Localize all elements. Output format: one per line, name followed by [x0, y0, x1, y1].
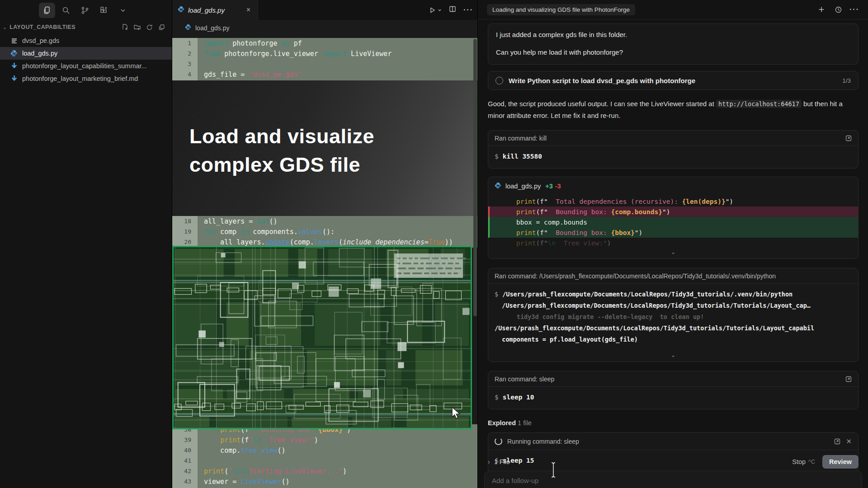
- python-icon: [185, 24, 191, 32]
- code-block-mid[interactable]: 18all_layers = set()19for comp in compon…: [172, 216, 478, 248]
- terminal-output: $sleep 10: [488, 387, 858, 409]
- code-line: 41: [172, 455, 478, 466]
- extensions-icon[interactable]: [96, 3, 112, 18]
- file-row-capabilities-summary[interactable]: photonforge_layout_capabilities_summar..…: [0, 60, 172, 72]
- tab-bar: load_gds.py × ···: [172, 0, 478, 20]
- search-icon[interactable]: [58, 3, 74, 18]
- python-icon: [495, 182, 501, 191]
- chevron-right-icon[interactable]: ›: [488, 458, 490, 465]
- terminal-line: /Users/prash_flexcompute/Documents/Local…: [495, 323, 852, 334]
- open-external-icon[interactable]: [845, 135, 852, 141]
- spinner-icon: [495, 437, 502, 445]
- file-diff-card: load_gds.py +3 -3 print(f" Total depende…: [488, 177, 859, 259]
- file-row-gds[interactable]: dvsd_pe.gds: [0, 34, 172, 47]
- text-cursor-icon: [550, 462, 557, 480]
- terminal-line: $/Users/prash_flexcompute/Documents/Loca…: [495, 289, 852, 300]
- file-name: photonforge_layout_capabilities_summar..…: [22, 62, 151, 70]
- new-file-icon[interactable]: [121, 23, 129, 31]
- diff-line: print(f" Bounding box: {comp.bounds}"): [488, 206, 858, 217]
- run-button[interactable]: [429, 7, 442, 14]
- editor-scrollbar[interactable]: [473, 39, 477, 316]
- panel-more-icon[interactable]: ···: [849, 0, 859, 19]
- assistant-header: Loading and visualizing GDS file with Ph…: [478, 0, 868, 19]
- breadcrumb-file: load_gds.py: [195, 24, 230, 32]
- collapse-all-icon[interactable]: [158, 23, 165, 31]
- app-window: ⌄ LAYOUT_CAPABILTIES dvsd_pe.gds load_gd…: [0, 0, 868, 488]
- section-chevron-icon[interactable]: ⌄: [3, 24, 7, 30]
- command-card-header[interactable]: Ran command: /Users/prash_flexcompute/Do…: [488, 268, 858, 284]
- file-name: load_gds.py: [22, 50, 61, 57]
- diff-header[interactable]: load_gds.py +3 -3: [488, 177, 858, 195]
- explorer-section-header[interactable]: ⌄ LAYOUT_CAPABILTIES: [0, 21, 172, 33]
- command-card-header[interactable]: Ran command: sleep: [488, 371, 858, 387]
- command-header-label: Ran command: kill: [495, 135, 841, 142]
- overlay-title: Load and visualize complex GDS file: [189, 122, 374, 179]
- chevron-down-icon[interactable]: [115, 3, 131, 18]
- file-name: dvsd_pe.gds: [22, 37, 63, 44]
- terminal-line: tidy3d config migrate --delete-legacy to…: [495, 311, 852, 323]
- file-row-marketing-brief[interactable]: photonforge_layout_marketing_brief.md: [0, 72, 172, 85]
- changed-files-label[interactable]: 1 File: [494, 458, 793, 465]
- markdown-down-icon: [10, 62, 18, 70]
- split-editor-icon[interactable]: [449, 5, 456, 14]
- code-line: 39 print(f"\n Tree view:"): [172, 435, 478, 445]
- new-folder-icon[interactable]: [133, 23, 141, 31]
- code-block-top[interactable]: 1import photonforge as pf2from photonfor…: [172, 38, 478, 80]
- code-block-bottom[interactable]: 38 print(f" Bounding box: {bbox}")39 pri…: [172, 424, 478, 488]
- open-external-icon[interactable]: [845, 376, 852, 382]
- command-card-header[interactable]: Ran command: kill: [488, 131, 858, 146]
- liveviewer-url[interactable]: http://localhost:64617: [716, 100, 802, 108]
- followup-input[interactable]: Add a follow-up: [484, 471, 862, 488]
- file-row-loadgds[interactable]: load_gds.py: [0, 47, 172, 60]
- gds-layout-image: [174, 247, 471, 428]
- code-line: 43viewer = LiveViewer(): [172, 476, 478, 487]
- diff-line: print(f" Total dependencies (recursive):…: [488, 196, 858, 206]
- sidebar: ⌄ LAYOUT_CAPABILTIES dvsd_pe.gds load_gd…: [0, 0, 172, 488]
- cancel-command-icon[interactable]: ✕: [846, 437, 852, 446]
- stop-button[interactable]: Stop: [792, 458, 806, 465]
- user-message-line: Can you help me load it with photonforge…: [496, 48, 850, 56]
- assistant-panel: Loading and visualizing GDS file with Ph…: [477, 0, 868, 488]
- code-line: 19for comp in components.values():: [172, 226, 478, 237]
- code-line: 1import photonforge as pf: [172, 38, 478, 48]
- new-chat-icon[interactable]: [818, 0, 825, 19]
- code-line: 3: [172, 59, 478, 69]
- explorer-icon[interactable]: [39, 3, 55, 18]
- source-control-icon[interactable]: [77, 3, 93, 18]
- expand-output-icon[interactable]: ⌄: [488, 351, 858, 361]
- python-icon: [178, 6, 184, 14]
- diff-added-count: +3: [545, 183, 553, 190]
- diff-line: print(f"\n Tree view:"): [488, 238, 858, 248]
- markdown-down-icon: [10, 75, 18, 83]
- terminal-line: $kill 35580: [495, 151, 852, 162]
- more-actions-icon[interactable]: ···: [463, 6, 473, 14]
- command-header-label: Ran command: /Users/prash_flexcompute/Do…: [495, 272, 852, 280]
- diff-removed-count: -3: [555, 183, 561, 190]
- tab-load-gds[interactable]: load_gds.py ×: [172, 0, 258, 20]
- review-button[interactable]: Review: [822, 455, 859, 469]
- tab-label: load_gds.py: [188, 6, 245, 14]
- task-item[interactable]: Write Python script to load dvsd_pe.gds …: [488, 71, 859, 90]
- expand-diff-icon[interactable]: ⌄: [488, 248, 858, 258]
- history-icon[interactable]: [835, 0, 842, 19]
- conversation-title[interactable]: Loading and visualizing GDS file with Ph…: [487, 4, 635, 15]
- explored-files-label[interactable]: Explored 1 file: [488, 419, 859, 427]
- gds-layout-preview[interactable]: [172, 246, 472, 429]
- mouse-cursor-icon: [450, 406, 462, 422]
- conversation: I just added a complex gds file in this …: [478, 19, 868, 473]
- diff-line: bbox = comp.bounds: [488, 217, 858, 227]
- editor-pane: load_gds.py × ··· load_gds.py 1import ph…: [172, 0, 478, 488]
- diff-lines: print(f" Total dependencies (recursive):…: [488, 195, 858, 248]
- breadcrumb[interactable]: load_gds.py: [172, 20, 478, 36]
- command-card-header[interactable]: Running command: sleep ✕: [488, 433, 858, 450]
- open-external-icon[interactable]: [834, 438, 840, 445]
- section-actions: [121, 23, 165, 31]
- terminal-line: components = pf.load_layout(gds_file): [495, 334, 852, 345]
- code-line: 40 comp.tree_view(): [172, 445, 478, 455]
- terminal-line: $sleep 10: [495, 392, 852, 403]
- code-line: 18all_layers = set(): [172, 216, 478, 226]
- review-bar: › 1 File Stop ^C Review: [488, 454, 859, 469]
- close-icon[interactable]: ×: [245, 5, 252, 15]
- refresh-icon[interactable]: [146, 23, 153, 31]
- user-message: I just added a complex gds file in this …: [488, 23, 859, 65]
